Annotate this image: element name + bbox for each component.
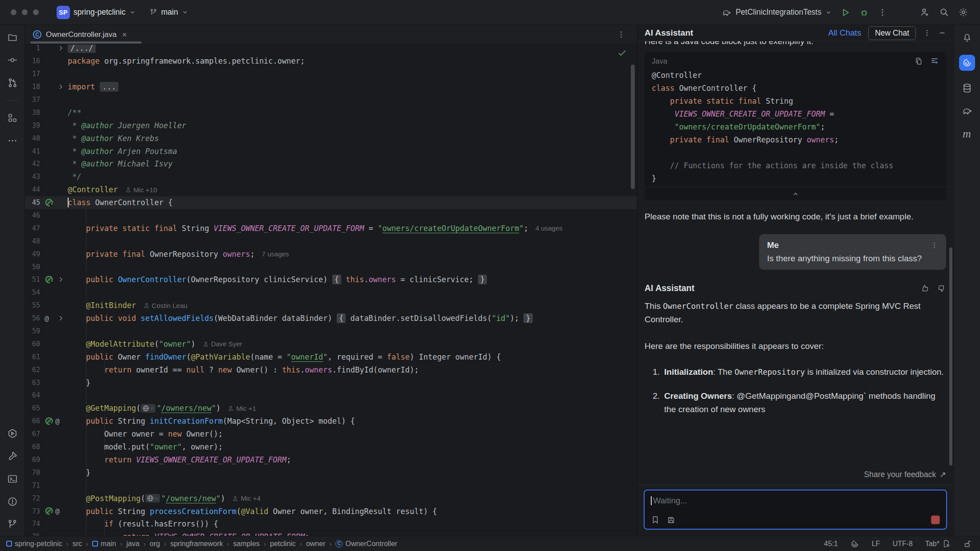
message-options-icon[interactable] — [931, 242, 938, 249]
save-chat-icon[interactable] — [667, 516, 675, 524]
author-code-vision-hint[interactable]: Mic +10 — [125, 186, 157, 194]
code-line-62[interactable]: 62 return ownerId == null ? new Owner() … — [25, 363, 637, 376]
fold-arrow-icon[interactable] — [57, 276, 64, 283]
usages-hint[interactable]: 4 usages — [535, 224, 563, 232]
breadcrumb-org[interactable]: org — [150, 540, 160, 548]
tab-label[interactable]: OwnerController.java — [46, 30, 117, 39]
fold-arrow-icon[interactable] — [57, 84, 64, 90]
code-line-45[interactable]: 45class OwnerController { — [25, 196, 637, 209]
problems-tool-button[interactable] — [7, 496, 18, 507]
code-line-66[interactable]: 66@ public String initCreationForm(Map<S… — [25, 415, 637, 428]
code-line-46[interactable]: 46 — [25, 209, 637, 222]
code-line-64[interactable]: 64 — [25, 389, 637, 402]
breadcrumb-owner[interactable]: owner — [306, 540, 326, 548]
run-configuration[interactable]: PetClinicIntegrationTests — [722, 8, 832, 17]
code-line-60[interactable]: 60 @ModelAttribute("owner")Dave Syer — [25, 337, 637, 350]
breadcrumb-ownercontroller[interactable]: COwnerController — [335, 540, 397, 548]
inspections-ok-icon[interactable] — [617, 48, 627, 60]
encoding-widget[interactable]: UTF-8 — [893, 540, 913, 548]
share-feedback-link[interactable]: Share your feedback ↗ — [637, 466, 953, 485]
gradle-tool-button[interactable] — [962, 105, 972, 116]
code-line-54[interactable]: 54 — [25, 286, 637, 299]
code-line-41[interactable]: 41 * @author Arjen Poutsma — [25, 145, 637, 158]
code-line-16[interactable]: 16package org.springframework.samples.pe… — [25, 55, 637, 68]
database-tool-button[interactable] — [962, 83, 972, 93]
code-line-72[interactable]: 72 @PostMapping("/owners/new")Mic +4 — [25, 492, 637, 505]
author-code-vision-hint[interactable]: Mic +1 — [228, 405, 256, 412]
author-code-vision-hint[interactable]: Costin Leau — [143, 302, 188, 309]
spring-bean-icon[interactable] — [45, 506, 54, 516]
tab-scrollbar[interactable] — [30, 41, 142, 44]
unlock-icon[interactable] — [963, 539, 972, 548]
project-name[interactable]: spring-petclinic — [74, 8, 126, 17]
breadcrumb-petclinic[interactable]: petclinic — [270, 540, 296, 548]
collapse-code-block[interactable] — [645, 187, 946, 200]
structure-tool-button[interactable] — [7, 113, 18, 123]
endpoint-globe-icon[interactable] — [141, 404, 155, 413]
code-line-69[interactable]: 69 return VIEWS_OWNER_CREATE_OR_UPDATE_F… — [25, 454, 637, 466]
code-line-74[interactable]: 74 if (result.hasErrors()) { — [25, 518, 637, 531]
annotated-icon[interactable]: @ — [55, 417, 60, 425]
code-line-68[interactable]: 68 model.put("owner", owner); — [25, 441, 637, 454]
chat-scrollbar[interactable] — [949, 247, 952, 466]
spring-bean-icon[interactable] — [45, 275, 54, 284]
ai-options-icon[interactable] — [923, 29, 931, 37]
code-line-73[interactable]: 73@ public String processCreationForm(@V… — [25, 505, 637, 518]
code-line-42[interactable]: 42 * @author Michael Isvy — [25, 158, 637, 170]
ai-status-icon[interactable] — [850, 539, 859, 548]
breadcrumb-spring-petclinic[interactable]: spring-petclinic — [6, 540, 62, 548]
branch-name[interactable]: main — [161, 8, 178, 17]
maximize-window-icon[interactable] — [33, 9, 39, 15]
editor-scrollbar[interactable] — [631, 65, 635, 189]
notifications-bell-tool-button[interactable] — [962, 32, 972, 43]
thumbs-down-icon[interactable] — [937, 284, 946, 293]
code-line-59[interactable]: 59 — [25, 325, 637, 338]
fold-arrow-icon[interactable] — [57, 45, 64, 52]
folder-tool-button[interactable] — [7, 32, 18, 43]
services-run-tool-button[interactable] — [7, 428, 18, 439]
code-line-56[interactable]: 56@ public void setAllowedFields(WebData… — [25, 312, 637, 325]
ai-prompt-input[interactable]: Waiting... — [644, 490, 947, 530]
pull-request-tool-button[interactable] — [7, 77, 18, 88]
insert-code-icon[interactable] — [930, 57, 939, 65]
close-window-icon[interactable] — [11, 9, 16, 15]
code-line-47[interactable]: 47 private static final String VIEWS_OWN… — [25, 222, 637, 235]
commit-tool-button[interactable] — [7, 55, 18, 65]
window-controls[interactable] — [11, 9, 39, 15]
spring-bean-icon[interactable] — [45, 417, 54, 426]
minimize-window-icon[interactable] — [22, 9, 28, 15]
author-code-vision-hint[interactable]: Mic +4 — [232, 494, 261, 502]
code-line-75[interactable]: 75 return VIEWS_OWNER_CREATE_OR_UPDATE_F… — [25, 531, 637, 536]
run-button[interactable] — [841, 8, 850, 17]
settings-button[interactable] — [958, 7, 968, 17]
code-line-55[interactable]: 55 @InitBinderCostin Leau — [25, 299, 637, 312]
new-chat-button[interactable]: New Chat — [868, 26, 916, 40]
annotated-icon[interactable]: @ — [45, 314, 49, 323]
endpoint-globe-icon[interactable] — [145, 494, 160, 502]
editor-options-icon[interactable] — [617, 30, 625, 39]
breadcrumb-samples[interactable]: samples — [233, 540, 260, 548]
code-line-63[interactable]: 63 } — [25, 376, 637, 389]
more-actions-button[interactable] — [878, 8, 887, 17]
hide-panel-icon[interactable] — [938, 29, 946, 37]
stop-generation-button[interactable] — [931, 515, 940, 524]
code-line-70[interactable]: 70 } — [25, 466, 637, 479]
spring-bean-icon[interactable] — [45, 198, 54, 207]
run-configuration-name[interactable]: PetClinicIntegrationTests — [735, 8, 821, 17]
prompt-library-icon[interactable] — [651, 515, 660, 524]
code-line-67[interactable]: 67 Owner owner = new Owner(); — [25, 428, 637, 441]
fold-arrow-icon[interactable] — [57, 315, 64, 322]
code-line-61[interactable]: 61 public Owner findOwner(@PathVariable(… — [25, 350, 637, 363]
code-line-43[interactable]: 43 */ — [25, 170, 637, 183]
branch-widget[interactable]: main — [149, 8, 188, 17]
code-line-51[interactable]: 51 public OwnerController(OwnerRepositor… — [25, 273, 637, 286]
code-line-50[interactable]: 50 — [25, 260, 637, 273]
caret-position-widget[interactable]: 45:1 — [824, 540, 838, 548]
code-line-17[interactable]: 17 — [25, 68, 637, 81]
all-chats-link[interactable]: All Chats — [828, 28, 861, 38]
annotated-icon[interactable]: @ — [55, 507, 60, 515]
code-line-38[interactable]: 38/** — [25, 106, 637, 119]
breadcrumb-java[interactable]: java — [127, 540, 139, 548]
breadcrumb-src[interactable]: src — [73, 540, 82, 548]
thumbs-up-icon[interactable] — [920, 284, 929, 293]
